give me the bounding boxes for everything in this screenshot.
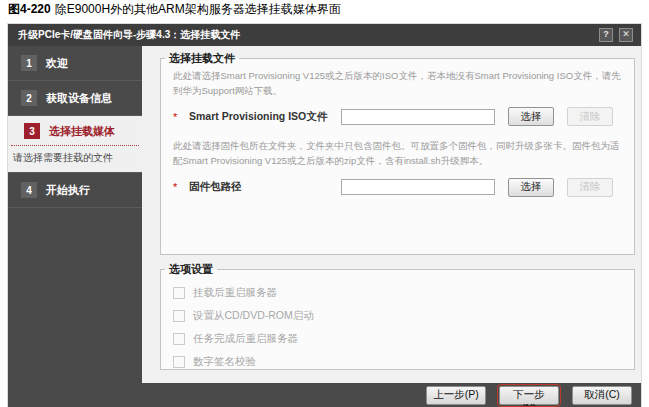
step-number-badge: 4 [21,182,37,198]
option-settings-group: 选项设置 挂载后重启服务器 设置从CD/DVD-ROM启动 任务完成后重启服务器… [160,262,635,370]
option-label: 任务完成后重启服务器 [193,332,298,346]
figure-caption: 图4-220除E9000H外的其他ARM架构服务器选择挂载媒体界面 [8,1,341,18]
step-item-select-media-active: 3 选择挂载媒体 请选择需要挂载的文件 [8,116,142,173]
cancel-button[interactable]: 取消(C) [572,386,632,405]
iso-select-button[interactable]: 选择 [508,107,554,126]
checkbox-icon [173,310,185,322]
firmware-path-label: 固件包路径 [189,180,341,194]
iso-clear-button: 清除 [567,107,613,126]
active-step-sublabel: 请选择需要挂载的文件 [8,146,142,172]
close-icon[interactable]: ✕ [619,28,633,42]
checkbox-icon [173,287,185,299]
firmware-select-button[interactable]: 选择 [508,178,554,197]
option-restart-after-mount: 挂载后重启服务器 [173,286,622,300]
iso-file-row: * Smart Provisioning ISO文件 选择 清除 [173,107,622,126]
wizard-content: 选择挂载文件 此处请选择Smart Provisioning V125或之后版本… [142,46,641,383]
firmware-path-input[interactable] [341,179,495,195]
step-label: 选择挂载媒体 [49,124,115,139]
firmware-path-row: * 固件包路径 选择 清除 [173,178,622,197]
iso-description: 此处请选择Smart Provisioning V125或之后版本的ISO文件，… [173,69,622,98]
step-number-badge: 2 [21,90,37,106]
iso-file-input[interactable] [341,109,495,125]
option-digital-signature-check: 数字签名校验 [173,355,622,369]
checkbox-icon [173,356,185,368]
firmware-clear-button: 清除 [567,178,613,197]
previous-button[interactable]: 上一步(P) [426,386,486,405]
select-mount-file-group: 选择挂载文件 此处请选择Smart Provisioning V125或之后版本… [160,51,635,255]
firmware-description: 此处请选择固件包所在文件夹，文件夹中只包含固件包。可放置多个固件包，同时升级多张… [173,139,622,168]
wizard-dialog: 升级PCIe卡/硬盘固件向导-步骤4.3：选择挂载文件 ? ✕ 1 欢迎 2 获… [8,24,641,407]
iso-file-label: Smart Provisioning ISO文件 [189,110,341,124]
option-label: 数字签名校验 [193,355,256,369]
help-icon[interactable]: ? [599,28,613,42]
step-number-badge: 3 [24,123,40,139]
dialog-title: 升级PCIe卡/硬盘固件向导-步骤4.3：选择挂载文件 [18,29,240,40]
step-label: 欢迎 [46,56,68,71]
checkbox-icon [173,333,185,345]
wizard-steps-sidebar: 1 欢迎 2 获取设备信息 3 选择挂载媒体 请选择需要挂载的文件 4 开始执行 [8,46,142,407]
next-button[interactable]: 下一步(N) [499,386,559,405]
step-item-welcome: 1 欢迎 [8,46,142,81]
option-boot-from-cddvd: 设置从CD/DVD-ROM启动 [173,309,622,323]
active-step-header: 3 选择挂载媒体 [11,116,139,146]
step-label: 开始执行 [46,183,90,198]
step-item-execute: 4 开始执行 [8,173,142,208]
option-settings-legend: 选项设置 [165,262,217,277]
step-label: 获取设备信息 [46,91,112,106]
dialog-titlebar: 升级PCIe卡/硬盘固件向导-步骤4.3：选择挂载文件 ? ✕ [8,24,641,46]
figure-caption-text: 除E9000H外的其他ARM架构服务器选择挂载媒体界面 [55,2,341,16]
required-marker: * [173,111,189,123]
dialog-footer: 上一步(P) 下一步(N) 取消(C) [8,383,641,407]
option-label: 设置从CD/DVD-ROM启动 [193,309,314,323]
step-number-badge: 1 [21,55,37,71]
required-marker: * [173,181,189,193]
figure-caption-label: 图4-220 [8,2,51,16]
select-mount-file-legend: 选择挂载文件 [165,51,239,66]
step-item-device-info: 2 获取设备信息 [8,81,142,116]
option-label: 挂载后重启服务器 [193,286,277,300]
option-restart-after-task: 任务完成后重启服务器 [173,332,622,346]
